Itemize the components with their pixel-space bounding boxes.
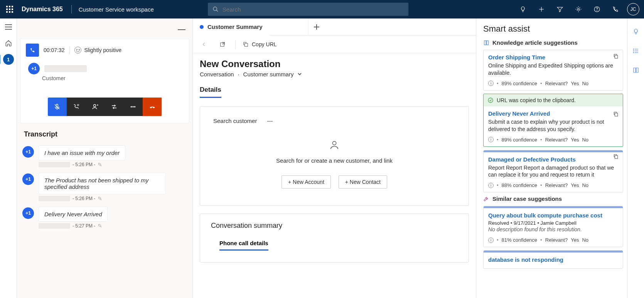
back-button[interactable] <box>198 39 210 50</box>
svg-point-24 <box>332 141 336 145</box>
gear-icon[interactable] <box>569 0 588 19</box>
svg-rect-27 <box>615 113 617 116</box>
new-contact-button[interactable]: + New Contact <box>339 175 387 189</box>
message-meta: - 5:26 PM - <box>39 196 187 201</box>
breadcrumb-item[interactable]: Conversation <box>200 71 234 77</box>
call-card: 00:07:32 Slightly positive +1 Customer <box>20 39 189 123</box>
copy-url-button[interactable]: Copy URL <box>243 41 277 47</box>
divider <box>235 40 236 49</box>
translate-icon[interactable] <box>98 162 102 167</box>
end-call-button[interactable] <box>143 98 162 116</box>
more-button[interactable] <box>124 98 143 116</box>
page-title: New Conversation <box>200 59 469 69</box>
user-avatar[interactable]: JC <box>627 3 639 15</box>
info-icon[interactable]: i <box>488 237 494 243</box>
svg-point-33 <box>633 51 634 51</box>
svg-point-19 <box>135 106 135 107</box>
article-title[interactable]: Delivery Never Arrived <box>488 110 618 117</box>
conversation-panel: 00:07:32 Slightly positive +1 Customer <box>17 19 193 298</box>
list-icon[interactable] <box>631 45 641 56</box>
lightbulb-icon[interactable] <box>631 26 641 37</box>
wrench-icon <box>483 196 489 202</box>
info-icon[interactable]: i <box>488 81 494 86</box>
svg-rect-23 <box>244 43 248 46</box>
message-avatar: +1 <box>22 173 34 185</box>
tabs-row: Customer Summary <box>193 19 476 35</box>
smart-assist-heading: Smart assist <box>483 24 623 34</box>
app-launcher-icon[interactable] <box>6 6 13 13</box>
svg-point-26 <box>488 98 493 103</box>
translate-icon[interactable] <box>98 196 102 201</box>
translate-icon[interactable] <box>98 224 102 228</box>
conversation-summary-card: Conversation summary Phone call details <box>200 214 469 263</box>
message-bubble: The Product has not been shipped to my s… <box>39 173 166 194</box>
svg-rect-28 <box>615 155 617 158</box>
info-icon[interactable]: i <box>488 137 494 142</box>
book-icon[interactable] <box>631 65 641 76</box>
svg-point-34 <box>633 52 634 53</box>
top-nav: Dynamics 365 Customer Service workspace … <box>0 0 644 19</box>
message-bubble: I have an issue with my order <box>39 145 125 160</box>
transfer-button[interactable] <box>105 98 123 116</box>
article-title[interactable]: Order Shipping Time <box>488 54 618 61</box>
command-bar: Copy URL <box>193 35 476 53</box>
session-badge[interactable]: 1 <box>3 54 14 65</box>
copy-article-icon[interactable] <box>613 53 619 61</box>
tab-customer-summary[interactable]: Customer Summary <box>193 19 270 35</box>
smart-assist-panel: Smart assist Knowledge article suggestio… <box>476 19 627 298</box>
sentiment-label: Slightly positive <box>84 47 122 53</box>
search-customer-label: Search customer <box>213 118 257 124</box>
tab-phone-details[interactable]: Phone call details <box>219 240 268 251</box>
filter-icon[interactable] <box>551 0 569 19</box>
similar-case: Query about bulk compute purchase cost R… <box>483 206 623 247</box>
call-timer: 00:07:32 <box>44 47 65 53</box>
phone-icon[interactable] <box>606 0 625 19</box>
hold-button[interactable] <box>67 98 86 116</box>
transcript-message: +1 The Product has not been shipped to m… <box>22 173 187 194</box>
new-account-button[interactable]: + New Account <box>282 175 331 189</box>
case-title[interactable]: database is not responding <box>488 256 618 263</box>
info-icon[interactable]: i <box>488 183 494 188</box>
svg-point-4 <box>578 8 580 10</box>
relevant-no[interactable]: No <box>582 237 588 243</box>
breadcrumb-item[interactable]: Customer summary <box>243 71 294 77</box>
tab-label: Customer Summary <box>207 24 263 30</box>
add-tab-button[interactable] <box>308 19 325 35</box>
article-title[interactable]: Damaged or Defective Products <box>488 156 618 163</box>
global-search[interactable] <box>208 3 408 16</box>
minimize-icon[interactable] <box>178 25 185 32</box>
case-title[interactable]: Query about bulk compute purchase cost <box>488 212 618 219</box>
relevant-yes[interactable]: Yes <box>571 137 579 143</box>
svg-point-0 <box>213 7 217 10</box>
article-desc: Submit a case to explain why your produc… <box>488 118 618 133</box>
lightbulb-icon[interactable] <box>514 0 532 19</box>
hamburger-icon[interactable] <box>0 21 17 33</box>
sender-redacted <box>39 223 70 229</box>
consult-button[interactable] <box>86 98 105 116</box>
relevant-no[interactable]: No <box>582 81 588 86</box>
help-icon[interactable] <box>588 0 606 19</box>
copy-article-icon[interactable] <box>613 111 619 119</box>
knowledge-article: URL was copied to the clipboard. Deliver… <box>483 94 623 147</box>
relevant-no[interactable]: No <box>582 182 588 188</box>
home-icon[interactable] <box>0 35 17 52</box>
search-customer-value[interactable]: --- <box>267 118 273 124</box>
svg-point-18 <box>133 106 133 107</box>
popout-button[interactable] <box>217 39 228 50</box>
tab-details[interactable]: Details <box>200 86 221 98</box>
relevant-yes[interactable]: Yes <box>571 81 579 86</box>
search-input[interactable] <box>223 6 404 13</box>
relevant-yes[interactable]: Yes <box>571 237 579 243</box>
copy-article-icon[interactable] <box>613 153 619 161</box>
mute-button[interactable] <box>48 98 67 116</box>
svg-point-17 <box>131 106 132 107</box>
relevant-no[interactable]: No <box>582 137 588 143</box>
knowledge-article: Order Shipping Time Online Shipping and … <box>483 50 623 91</box>
customer-avatar: +1 <box>28 63 40 74</box>
sender-redacted <box>39 196 70 201</box>
relevant-yes[interactable]: Yes <box>571 182 579 188</box>
svg-rect-25 <box>615 55 617 58</box>
chevron-down-icon[interactable] <box>297 71 302 77</box>
plus-icon[interactable] <box>532 0 551 19</box>
workspace-label: Customer Service workspace <box>79 6 154 13</box>
